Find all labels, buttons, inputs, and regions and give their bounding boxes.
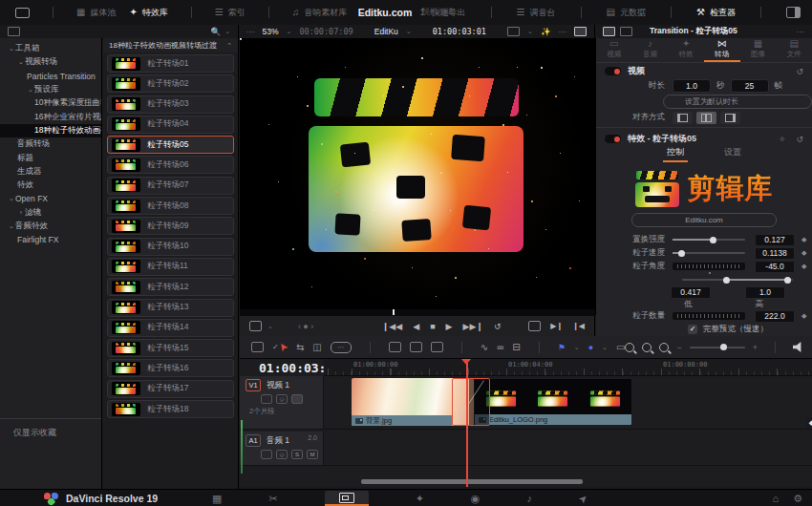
razor-tool-icon[interactable]: ◫ — [312, 342, 321, 352]
retime-curve-icon[interactable]: ∿ — [481, 342, 488, 352]
track-badge[interactable]: A1 — [246, 434, 261, 447]
deliver-page-button[interactable]: ➤ — [576, 491, 591, 506]
mute-button[interactable]: M — [307, 450, 318, 459]
chevron-down-icon[interactable]: ⌄ — [224, 28, 230, 35]
panel-layout-toggle[interactable] — [786, 7, 801, 18]
chevron-down-icon[interactable]: ⌄ — [602, 344, 608, 351]
workspace-icon[interactable] — [15, 8, 30, 18]
effect-item[interactable]: 粒子转场01 — [107, 54, 234, 73]
image-icon[interactable] — [574, 27, 587, 36]
project-manager-icon[interactable]: ⌂ — [772, 493, 779, 504]
timeline-viewer[interactable] — [240, 38, 596, 315]
color-grade-icon[interactable]: ✨ — [541, 27, 551, 36]
displacement-slider[interactable] — [673, 239, 745, 241]
go-to-start-button[interactable]: ❙◀◀ — [382, 322, 402, 331]
collapse-icon[interactable]: ⌃ — [226, 42, 232, 50]
effects-library-button[interactable]: ✦特效库 — [129, 7, 167, 19]
range-high-value[interactable]: 1.0 — [745, 286, 785, 299]
jog-control[interactable]: ‹ ● › — [298, 322, 313, 331]
sidebar-item-toolbox[interactable]: ⌄工具箱 — [0, 42, 101, 55]
effect-item[interactable]: 粒子转场16 — [107, 359, 234, 377]
keyframe-icon[interactable]: ◆ — [801, 249, 806, 257]
effect-section-toggle[interactable] — [605, 135, 621, 143]
slider-value[interactable]: -45.0 — [755, 261, 795, 273]
loop-button[interactable]: ↺ — [494, 322, 502, 331]
site-link[interactable]: Editku.com — [631, 213, 777, 227]
reset-icon[interactable]: ↺ — [796, 135, 803, 144]
media-pool-button[interactable]: ▦媒体池 — [76, 7, 116, 19]
playhead[interactable] — [466, 359, 468, 487]
clip-inspector-icon[interactable] — [603, 27, 615, 36]
mixer-button[interactable]: ☰调音台 — [517, 7, 556, 19]
metadata-button[interactable]: ▤元数据 — [607, 7, 646, 19]
chevron-down-icon[interactable]: ⌄ — [406, 28, 412, 35]
keyframe-icon[interactable]: ◆ — [801, 263, 806, 270]
sidebar-item-open-fx[interactable]: ⌄Open FX — [0, 192, 101, 205]
tab-audio[interactable]: ♪音频 — [632, 38, 669, 62]
effect-item[interactable]: 粒子转场08 — [107, 197, 234, 215]
align-end-button[interactable] — [720, 112, 740, 124]
trim-mode-icon[interactable]: ⇆ — [296, 342, 304, 352]
clip-logo[interactable]: Editku_LOGO.png — [474, 378, 632, 426]
zoom-in-icon[interactable] — [659, 343, 669, 352]
go-to-end-button[interactable]: ▶▶❙ — [463, 322, 483, 331]
keyframe-icon[interactable]: ◆ — [801, 236, 806, 243]
quick-export-button[interactable]: ↥快速导出 — [418, 7, 465, 19]
timeline-name-dropdown[interactable]: EditKu — [374, 27, 398, 36]
effect-item[interactable]: 粒子转场04 — [107, 116, 234, 134]
viewer-zoom-level[interactable]: 53% — [263, 27, 279, 36]
customize-icon[interactable]: ✧ — [779, 135, 786, 144]
effects-list-header[interactable]: 18种粒子特效动画视频转场过渡 ⌃ — [103, 38, 238, 53]
sidebar-item-preset-16[interactable]: 16种企业宣传片视频转... — [0, 110, 101, 123]
color-page-button[interactable]: ◉ — [471, 493, 481, 505]
sidebar-item-particles-transition[interactable]: Particles Transition — [0, 70, 101, 83]
edit-index-button[interactable]: ☰索引 — [215, 7, 246, 19]
tab-image[interactable]: ▦图像 — [740, 38, 777, 62]
range-slider[interactable] — [682, 279, 793, 281]
tab-transition[interactable]: ⋈转场 — [704, 38, 740, 62]
link-clips-icon[interactable]: ∞ — [497, 342, 503, 352]
duration-seconds-input[interactable]: 1.0 — [673, 79, 711, 93]
tab-video[interactable]: ▭视频 — [596, 38, 632, 62]
sidebar-item-audio-transitions[interactable]: 音频转场 — [0, 137, 101, 151]
inspector-button[interactable]: ⚒检查器 — [696, 7, 736, 19]
step-back-button[interactable]: ◀ — [413, 322, 419, 331]
video-track-lane[interactable]: 背景.jpg Editku_LOGO.png ◆ — [324, 376, 812, 430]
effect-item[interactable]: 粒子转场07 — [107, 177, 234, 195]
insert-clip-icon[interactable] — [389, 342, 401, 352]
sidebar-item-video-transitions[interactable]: ⌄视频转场 — [0, 55, 101, 69]
slider-value[interactable]: 0.127 — [755, 234, 795, 246]
align-start-button[interactable] — [673, 112, 693, 124]
project-settings-icon[interactable]: ⚙ — [793, 493, 802, 505]
settings-tab[interactable]: 设置 — [720, 146, 745, 162]
next-marker-icon[interactable]: ▶❙ — [550, 322, 563, 330]
cut-page-button[interactable]: ✂ — [268, 493, 277, 505]
tab-effects[interactable]: ✦特效 — [668, 38, 704, 62]
set-default-duration-button[interactable]: 设置为默认时长 — [663, 95, 812, 109]
track-disable-icon[interactable] — [291, 394, 303, 404]
solo-button[interactable]: S — [291, 450, 303, 459]
search-icon[interactable]: 🔍 — [211, 27, 222, 36]
particle-speed-slider[interactable] — [673, 252, 745, 254]
range-low-value[interactable]: 0.417 — [671, 286, 711, 299]
sidebar-item-filters[interactable]: ›滤镜 — [0, 206, 101, 220]
favorites-filter[interactable]: 仅显示收藏 — [0, 418, 101, 439]
effect-item[interactable]: 粒子转场11 — [107, 258, 234, 276]
slider-value[interactable]: 222.0 — [755, 310, 795, 323]
position-lock-icon[interactable]: ⊟ — [512, 342, 520, 352]
zoom-out-icon[interactable] — [642, 343, 652, 352]
selection-tool-icon[interactable]: ➤ — [275, 340, 290, 354]
effect-item[interactable]: 粒子转场13 — [107, 299, 234, 317]
effect-item[interactable]: 粒子转场02 — [107, 74, 234, 93]
video-section-toggle[interactable] — [605, 67, 621, 75]
effect-item[interactable]: 粒子转场18 — [107, 400, 234, 418]
fusion-page-button[interactable]: ✦ — [416, 493, 424, 505]
effect-item[interactable]: 粒子转场17 — [107, 380, 234, 398]
minus-icon[interactable]: − — [676, 343, 681, 352]
auto-select-icon[interactable]: ◇ — [276, 450, 288, 459]
transition-curve-icon[interactable]: ◆ — [806, 417, 812, 428]
effect-item[interactable]: 粒子转场03 — [107, 95, 234, 114]
controls-tab[interactable]: 控制 — [663, 146, 688, 162]
video-track-header[interactable]: V1视频 1 ◇ 2个片段 — [240, 376, 324, 430]
reset-icon[interactable]: ↺ — [796, 67, 803, 76]
